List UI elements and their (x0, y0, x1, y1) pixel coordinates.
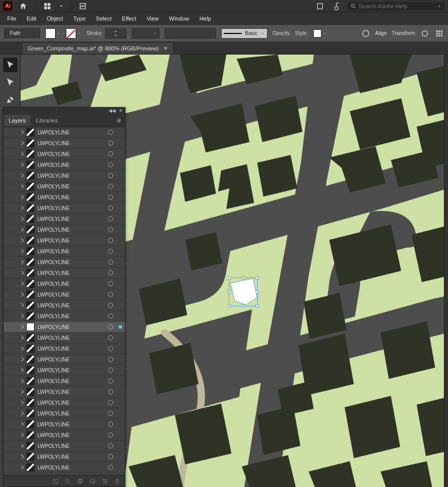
expand-arrow-icon[interactable] (20, 465, 24, 469)
layer-list[interactable]: LWPOLYLINELWPOLYLINELWPOLYLINELWPOLYLINE… (4, 127, 125, 475)
target-icon[interactable] (105, 249, 116, 254)
layer-name[interactable]: LWPOLYLINE (38, 227, 102, 233)
layer-row[interactable]: LWPOLYLINE (4, 138, 125, 149)
layer-name[interactable]: LWPOLYLINE (38, 411, 102, 416)
expand-arrow-icon[interactable] (20, 455, 24, 459)
layer-name[interactable]: LWPOLYLINE (38, 324, 102, 330)
menu-view[interactable]: View (142, 14, 163, 23)
expand-arrow-icon[interactable] (20, 368, 24, 372)
expand-arrow-icon[interactable] (20, 303, 24, 307)
arrange-documents-icon[interactable] (42, 1, 53, 12)
expand-arrow-icon[interactable] (20, 260, 24, 264)
target-icon[interactable] (105, 162, 116, 167)
expand-arrow-icon[interactable] (20, 336, 24, 340)
layer-name[interactable]: LWPOLYLINE (38, 184, 102, 189)
layer-name[interactable]: LWPOLYLINE (38, 216, 102, 222)
menu-effect[interactable]: Effect (118, 14, 140, 23)
layer-row[interactable]: LWPOLYLINE (4, 322, 125, 333)
layer-name[interactable]: LWPOLYLINE (38, 205, 102, 211)
target-icon[interactable] (105, 389, 116, 394)
layer-name[interactable]: LWPOLYLINE (38, 357, 102, 362)
expand-arrow-icon[interactable] (20, 379, 24, 383)
layer-row[interactable]: LWPOLYLINE (4, 430, 125, 441)
menu-type[interactable]: Type (69, 14, 90, 23)
expand-arrow-icon[interactable] (20, 152, 24, 156)
layer-name[interactable]: LWPOLYLINE (38, 130, 102, 135)
target-icon[interactable] (105, 432, 116, 438)
target-icon[interactable] (105, 368, 116, 373)
layer-name[interactable]: LWPOLYLINE (38, 443, 102, 449)
expand-arrow-icon[interactable] (20, 173, 24, 178)
selection-type-display[interactable]: Path (4, 28, 40, 38)
recolor-artwork-icon[interactable] (361, 29, 370, 38)
panel-menu-icon[interactable]: ≡ (113, 116, 125, 125)
layer-row[interactable]: LWPOLYLINE (4, 192, 125, 203)
expand-arrow-icon[interactable] (20, 325, 24, 329)
target-icon[interactable] (105, 227, 116, 232)
layer-row[interactable]: LWPOLYLINE (4, 181, 125, 192)
layer-name[interactable]: LWPOLYLINE (38, 335, 102, 341)
expand-arrow-icon[interactable] (20, 314, 24, 318)
layer-name[interactable]: LWPOLYLINE (38, 422, 102, 427)
target-icon[interactable] (105, 411, 116, 416)
target-icon[interactable] (105, 281, 116, 286)
layer-row[interactable]: LWPOLYLINE (4, 268, 125, 279)
layer-row[interactable]: LWPOLYLINE (4, 311, 125, 322)
transform-panel-button[interactable]: Transform (392, 30, 415, 36)
close-panel-icon[interactable]: ✕ (119, 108, 123, 113)
locate-object-icon[interactable] (64, 478, 71, 485)
expand-arrow-icon[interactable] (20, 206, 24, 210)
home-icon[interactable] (17, 1, 29, 12)
target-icon[interactable] (105, 238, 116, 243)
chevron-down-icon[interactable] (322, 31, 327, 36)
layer-name[interactable]: LWPOLYLINE (38, 259, 102, 265)
expand-arrow-icon[interactable] (20, 433, 24, 437)
direct-selection-tool[interactable] (3, 75, 17, 90)
layer-row[interactable]: LWPOLYLINE (4, 203, 125, 214)
layer-name[interactable]: LWPOLYLINE (38, 141, 102, 146)
target-icon[interactable] (105, 195, 116, 200)
target-icon[interactable] (105, 292, 116, 297)
target-icon[interactable] (105, 259, 116, 265)
layer-row[interactable]: LWPOLYLINE (4, 257, 125, 268)
expand-arrow-icon[interactable] (20, 238, 24, 242)
target-icon[interactable] (105, 173, 116, 178)
target-icon[interactable] (105, 270, 116, 275)
layer-name[interactable]: LWPOLYLINE (38, 432, 102, 438)
gpu-preview-icon[interactable] (77, 1, 88, 12)
layer-name[interactable]: LWPOLYLINE (38, 281, 102, 287)
layer-row[interactable]: LWPOLYLINE (4, 365, 125, 376)
target-icon[interactable] (105, 422, 116, 427)
menu-edit[interactable]: Edit (23, 14, 41, 23)
menu-object[interactable]: Object (43, 14, 67, 23)
layer-row[interactable]: LWPOLYLINE (4, 354, 125, 365)
tab-layers[interactable]: Layers (4, 115, 31, 126)
layer-name[interactable]: LWPOLYLINE (38, 292, 102, 298)
brush-definition-dropdown[interactable] (165, 28, 216, 39)
stroke-profile-dropdown[interactable]: Basic (221, 28, 267, 39)
right-panel-strip[interactable] (444, 55, 448, 487)
layer-name[interactable]: LWPOLYLINE (38, 389, 102, 395)
expand-arrow-icon[interactable] (20, 401, 24, 405)
target-icon[interactable] (105, 357, 116, 362)
layer-name[interactable]: LWPOLYLINE (38, 368, 102, 373)
target-icon[interactable] (105, 303, 116, 308)
chevron-down-icon[interactable] (58, 1, 64, 12)
expand-arrow-icon[interactable] (20, 141, 24, 145)
expand-arrow-icon[interactable] (20, 184, 24, 188)
target-icon[interactable] (105, 205, 116, 211)
expand-arrow-icon[interactable] (20, 422, 24, 426)
layer-row[interactable]: LWPOLYLINE (4, 235, 125, 246)
layer-row[interactable]: LWPOLYLINE (4, 170, 125, 181)
layer-name[interactable]: LWPOLYLINE (38, 162, 102, 168)
panel-header[interactable]: ◀◀ ✕ (4, 108, 125, 114)
layer-name[interactable]: LWPOLYLINE (38, 465, 102, 471)
search-input[interactable] (359, 3, 435, 9)
layer-name[interactable]: LWPOLYLINE (38, 173, 102, 179)
layer-row[interactable]: LWPOLYLINE (4, 462, 125, 473)
target-icon[interactable] (105, 443, 116, 448)
layer-row[interactable]: LWPOLYLINE (4, 149, 125, 160)
layer-row[interactable]: LWPOLYLINE (4, 387, 125, 397)
layer-name[interactable]: LWPOLYLINE (38, 378, 102, 384)
layer-row[interactable]: LWPOLYLINE (4, 376, 125, 387)
